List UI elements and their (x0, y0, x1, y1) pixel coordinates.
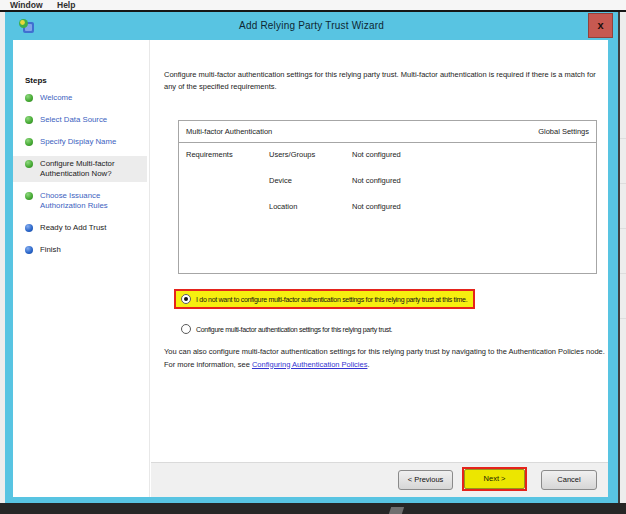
radio-configure-mfa[interactable] (181, 324, 191, 334)
menu-item-window[interactable]: Window (10, 0, 43, 10)
step-done-icon (25, 94, 33, 102)
step-specify-display-name[interactable]: Specify Display Name (13, 134, 147, 150)
dialog-body: Steps Welcome Select Data Source Specify… (13, 40, 608, 497)
requirement-value: Not configured (352, 202, 401, 211)
screen: Window Help Add Relying Party Trust Wiza… (0, 0, 626, 514)
menu-item-help[interactable]: Help (57, 0, 75, 10)
steps-sidebar: Steps Welcome Select Data Source Specify… (13, 40, 150, 497)
window-title: Add Relying Party Trust Wizard (5, 12, 618, 40)
groupbox-title: Multi-factor Authentication (186, 127, 272, 136)
step-pending-icon (25, 224, 33, 232)
step-choose-issuance-authorization-rules[interactable]: Choose Issuance Authorization Rules (13, 188, 147, 214)
step-configure-mfa-now: Configure Multi-factor Authentication No… (13, 156, 147, 182)
step-select-data-source[interactable]: Select Data Source (13, 112, 147, 128)
groupbox-header: Multi-factor Authentication Global Setti… (179, 121, 596, 143)
step-finish: Finish (13, 242, 147, 258)
taskbar-logo-fragment (389, 507, 404, 514)
footnote-after: . (367, 360, 369, 369)
step-done-icon (25, 138, 33, 146)
taskbar (0, 503, 626, 514)
menubar: Window Help (0, 0, 626, 12)
requirement-value: Not configured (352, 150, 401, 159)
underlying-window-strip (620, 12, 626, 503)
button-strip: < Previous Next > Cancel (151, 462, 608, 497)
radio-configure-mfa-label[interactable]: Configure multi-factor authentication se… (196, 326, 392, 333)
previous-button[interactable]: < Previous (398, 470, 453, 490)
cancel-button[interactable]: Cancel (541, 470, 597, 490)
requirement-name: Location (269, 202, 297, 211)
step-pending-icon (25, 246, 33, 254)
add-relying-party-trust-wizard-dialog: Add Relying Party Trust Wizard x Steps W… (5, 12, 618, 503)
close-icon: x (597, 19, 603, 31)
step-label: Ready to Add Trust (40, 223, 106, 232)
step-label: Finish (40, 245, 61, 254)
step-welcome[interactable]: Welcome (13, 90, 147, 106)
radio-skip-mfa-label[interactable]: I do not want to configure multi-factor … (196, 296, 467, 303)
requirements-label: Requirements (186, 150, 233, 159)
requirement-name: Users/Groups (269, 150, 315, 159)
mfa-settings-groupbox: Multi-factor Authentication Global Setti… (178, 120, 597, 274)
radio-skip-mfa[interactable] (181, 294, 191, 304)
wizard-page-content: Configure multi-factor authentication se… (151, 40, 608, 497)
footnote-text: You can also configure multi-factor auth… (164, 346, 611, 371)
configuring-authentication-policies-link[interactable]: Configuring Authentication Policies (252, 360, 368, 369)
dialog-titlebar[interactable]: Add Relying Party Trust Wizard x (5, 12, 618, 40)
requirement-value: Not configured (352, 176, 401, 185)
radio-configure-mfa-row: Configure multi-factor authentication se… (181, 324, 392, 334)
step-label: Configure Multi-factor Authentication No… (40, 159, 115, 178)
global-settings-label: Global Settings (538, 127, 589, 136)
footnote-before: You can also configure multi-factor auth… (164, 347, 605, 369)
step-done-icon (25, 160, 33, 168)
wizard-icon (18, 18, 35, 34)
step-label: Specify Display Name (40, 137, 116, 146)
close-button[interactable]: x (588, 13, 613, 38)
annotation-highlight-selected-option: I do not want to configure multi-factor … (174, 289, 475, 309)
step-done-icon (25, 116, 33, 124)
steps-list: Welcome Select Data Source Specify Displ… (13, 90, 147, 264)
step-done-icon (25, 192, 33, 200)
step-label: Welcome (40, 93, 72, 102)
step-ready-to-add-trust: Ready to Add Trust (13, 220, 147, 236)
requirement-name: Device (269, 176, 292, 185)
step-label: Choose Issuance Authorization Rules (40, 191, 108, 210)
annotation-highlight-next-button: Next > (462, 467, 527, 491)
intro-text: Configure multi-factor authentication se… (164, 69, 606, 93)
next-button[interactable]: Next > (464, 469, 525, 489)
step-label: Select Data Source (40, 115, 107, 124)
steps-title: Steps (25, 76, 47, 85)
